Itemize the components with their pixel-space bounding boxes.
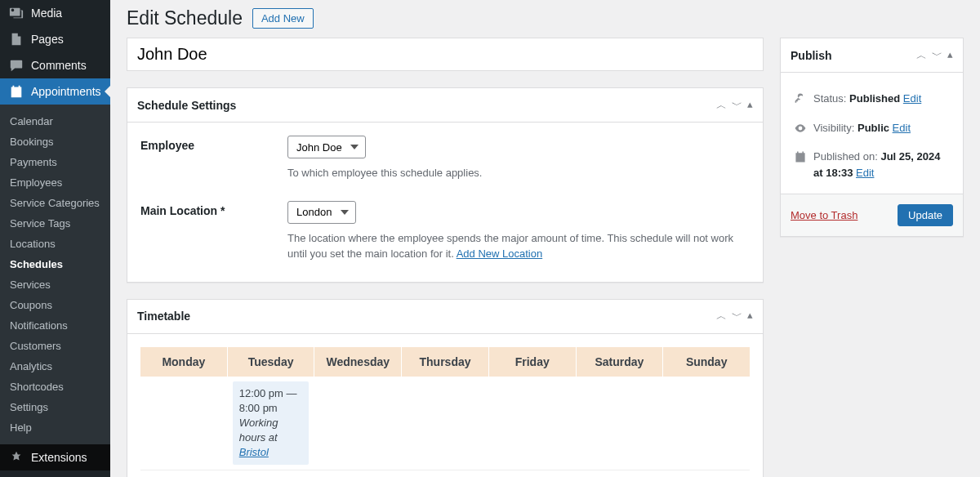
employee-select[interactable]: John Doe xyxy=(287,136,366,158)
sidebar-label: Comments xyxy=(31,59,87,72)
sidebar-sub-services[interactable]: Services xyxy=(0,274,110,295)
sidebar-sub-bookings[interactable]: Bookings xyxy=(0,132,110,152)
timetable-box: Timetable ︿ ﹀ ▴ Monday Tuesday xyxy=(127,299,764,478)
move-up-icon[interactable]: ︿ xyxy=(916,48,927,63)
add-new-button[interactable]: Add New xyxy=(252,8,314,29)
sidebar-sub-analytics[interactable]: Analytics xyxy=(0,356,110,377)
sidebar-item-comments[interactable]: Comments xyxy=(0,52,110,78)
day-header-tuesday: Tuesday xyxy=(228,347,314,377)
admin-sidebar: Media Pages Comments Appointments Calend… xyxy=(0,0,110,477)
toggle-icon[interactable]: ▴ xyxy=(747,98,753,113)
update-button[interactable]: Update xyxy=(898,204,953,226)
day-header-sunday: Sunday xyxy=(663,347,750,377)
sidebar-sub-payments[interactable]: Payments xyxy=(0,152,110,172)
eye-icon xyxy=(794,122,807,140)
sidebar-sub-help[interactable]: Help xyxy=(0,417,110,438)
edit-visibility-link[interactable]: Edit xyxy=(893,122,911,134)
main-location-description: The location where the employee spends t… xyxy=(287,230,750,262)
sidebar-item-pages[interactable]: Pages xyxy=(0,26,110,52)
move-down-icon[interactable]: ﹀ xyxy=(732,309,742,323)
edit-status-link[interactable]: Edit xyxy=(903,92,921,105)
timetable-grid: Monday Tuesday 12:00 pm — 8:00 pm Workin… xyxy=(140,347,750,471)
move-up-icon[interactable]: ︿ xyxy=(716,309,727,323)
sidebar-sub-locations[interactable]: Locations xyxy=(0,234,110,254)
sidebar-item-media[interactable]: Media xyxy=(0,0,110,26)
add-new-location-link[interactable]: Add New Location xyxy=(457,247,543,260)
page-title: Edit Schedule xyxy=(127,7,243,29)
schedule-name-input[interactable] xyxy=(127,38,764,71)
sidebar-submenu: Calendar Bookings Payments Employees Ser… xyxy=(0,105,110,444)
sidebar-sub-customers[interactable]: Customers xyxy=(0,336,110,356)
move-up-icon[interactable]: ︿ xyxy=(716,98,727,113)
sidebar-item-extensions[interactable]: Extensions xyxy=(0,444,110,470)
sidebar-sub-calendar[interactable]: Calendar xyxy=(0,111,110,132)
publish-box: Publish ︿ ﹀ ▴ Status: Published Edit xyxy=(780,38,964,237)
day-header-friday: Friday xyxy=(489,347,576,377)
edit-date-link[interactable]: Edit xyxy=(856,167,874,179)
publish-heading: Publish xyxy=(791,49,832,62)
day-header-thursday: Thursday xyxy=(402,347,488,377)
comment-icon xyxy=(8,58,24,73)
move-to-trash-link[interactable]: Move to Trash xyxy=(791,209,858,221)
move-down-icon[interactable]: ﹀ xyxy=(932,48,942,63)
main-content: Edit Schedule Add New Schedule Settings … xyxy=(110,0,980,477)
sidebar-sub-service-tags[interactable]: Service Tags xyxy=(0,213,110,234)
timetable-heading: Timetable xyxy=(137,310,190,323)
sidebar-item-appointments[interactable]: Appointments xyxy=(0,78,110,105)
page-icon xyxy=(8,32,24,47)
entry-location-link[interactable]: Bristol xyxy=(239,446,269,458)
toggle-icon[interactable]: ▴ xyxy=(747,309,753,323)
sidebar-sub-settings[interactable]: Settings xyxy=(0,397,110,417)
sidebar-label: Pages xyxy=(31,33,64,46)
sidebar-sub-service-categories[interactable]: Service Categories xyxy=(0,193,110,213)
schedule-settings-box: Schedule Settings ︿ ﹀ ▴ Employee xyxy=(127,87,764,283)
sidebar-sub-coupons[interactable]: Coupons xyxy=(0,295,110,315)
main-location-label: Main Location * xyxy=(140,201,287,262)
toggle-icon[interactable]: ▴ xyxy=(947,48,953,63)
timetable-entry[interactable]: 12:00 pm — 8:00 pm Working hours at Bris… xyxy=(233,381,310,466)
calendar-icon xyxy=(794,150,807,168)
day-header-saturday: Saturday xyxy=(577,347,663,377)
calendar-icon xyxy=(8,84,24,99)
sidebar-label: Appointments xyxy=(31,85,101,98)
move-down-icon[interactable]: ﹀ xyxy=(732,98,742,113)
sidebar-label: Extensions xyxy=(31,451,87,464)
employee-description: To which employee this schedule applies. xyxy=(287,165,750,181)
day-header-monday: Monday xyxy=(140,347,227,377)
media-icon xyxy=(8,6,24,20)
sidebar-sub-shortcodes[interactable]: Shortcodes xyxy=(0,377,110,397)
key-icon xyxy=(794,92,807,110)
sidebar-sub-schedules[interactable]: Schedules xyxy=(0,254,110,274)
schedule-settings-heading: Schedule Settings xyxy=(137,99,236,112)
sidebar-sub-notifications[interactable]: Notifications xyxy=(0,315,110,336)
extensions-icon xyxy=(8,450,24,465)
sidebar-label: Media xyxy=(31,7,62,20)
main-location-select[interactable]: London xyxy=(287,201,356,224)
employee-label: Employee xyxy=(140,136,287,181)
entry-time: 12:00 pm — 8:00 pm xyxy=(239,386,303,416)
sidebar-sub-employees[interactable]: Employees xyxy=(0,172,110,193)
sidebar-item-appearance[interactable]: Appearance xyxy=(0,470,110,477)
day-header-wednesday: Wednesday xyxy=(314,347,401,377)
